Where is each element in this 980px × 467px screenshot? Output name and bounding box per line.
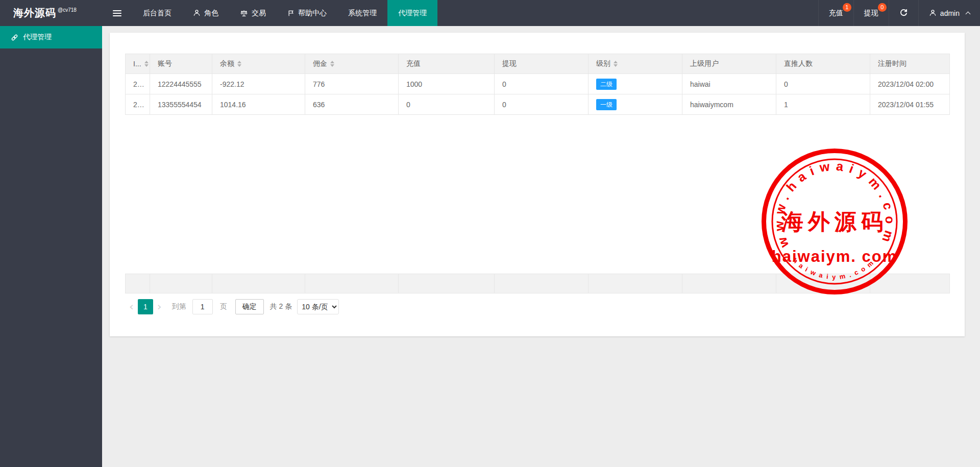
chevron-up-icon [966, 12, 971, 17]
pagination-bar: ‹ 1 › 到第 页 确定 共 2 条 10 条/页 [125, 299, 949, 314]
col-header-parent-user: 上级用户 [682, 54, 776, 74]
page-size-select[interactable]: 10 条/页 [297, 299, 339, 314]
cell-commission: 636 [305, 94, 399, 115]
cell-parent-user: haiwaiymcom [682, 94, 776, 115]
col-header-account: 账号 [150, 54, 212, 74]
app-logo-badge: @cv718 [58, 7, 77, 13]
next-page-button[interactable]: › [153, 300, 166, 314]
recharge-button[interactable]: 充值 1 [818, 0, 853, 26]
user-menu[interactable]: admin [918, 0, 980, 26]
cell-account: 13355554454 [150, 94, 212, 115]
col-header-id[interactable]: I... [126, 54, 150, 74]
recharge-count-badge: 1 [843, 3, 851, 12]
table-footer-strip [125, 274, 950, 293]
jump-prefix-label: 到第 [172, 302, 186, 311]
cell-reg-time: 2023/12/04 01:55 [870, 94, 950, 115]
link-icon [11, 34, 18, 41]
cell-parent-user: haiwai [682, 74, 776, 94]
cell-level: 二级 [589, 74, 682, 94]
nav-item-agent-mgmt[interactable]: 代理管理 [387, 0, 437, 26]
refresh-button[interactable] [889, 0, 918, 26]
main-content: I... 账号 余额 佣金 充值 提现 级别 上级用户 直推人数 注册时间 2.… [102, 26, 980, 467]
person-icon [193, 9, 201, 17]
cell-direct-count: 0 [776, 74, 870, 94]
nav-item-dashboard[interactable]: 后台首页 [132, 0, 182, 26]
sort-icon[interactable] [330, 61, 334, 67]
agent-table-card: I... 账号 余额 佣金 充值 提现 级别 上级用户 直推人数 注册时间 2.… [110, 33, 965, 336]
flag-icon [287, 10, 295, 17]
col-header-withdraw: 提现 [495, 54, 589, 74]
col-header-reg-time: 注册时间 [870, 54, 950, 74]
nav-item-trade[interactable]: 交易 [229, 0, 277, 26]
nav-item-help-center[interactable]: 帮助中心 [277, 0, 337, 26]
table-empty-area [125, 115, 949, 274]
cell-reg-time: 2023/12/04 02:00 [870, 74, 950, 94]
user-icon [929, 9, 937, 17]
withdraw-button[interactable]: 提现 0 [853, 0, 889, 26]
cell-id: 2... [126, 74, 150, 94]
withdraw-count-badge: 0 [878, 3, 887, 12]
refresh-icon [899, 9, 908, 17]
sort-icon[interactable] [144, 61, 149, 67]
username: admin [940, 9, 960, 17]
main-menu: 后台首页 角色 交易 帮助中心 系统管理 [102, 0, 437, 26]
table-row: 2... 13355554454 1014.16 636 0 0 一级 haiw… [126, 94, 950, 115]
cell-recharge: 0 [399, 94, 495, 115]
cell-account: 12224445555 [150, 74, 212, 94]
table-header-row: I... 账号 余额 佣金 充值 提现 级别 上级用户 直推人数 注册时间 [126, 54, 950, 74]
col-header-commission[interactable]: 佣金 [305, 54, 399, 74]
col-header-recharge: 充值 [399, 54, 495, 74]
confirm-jump-button[interactable]: 确定 [235, 299, 264, 314]
cell-withdraw: 0 [495, 74, 589, 94]
level-badge: 二级 [596, 79, 617, 90]
level-badge: 一级 [596, 99, 617, 110]
cell-id: 2... [126, 94, 150, 115]
page-jump-input[interactable] [192, 299, 213, 314]
cell-direct-count: 1 [776, 94, 870, 115]
col-header-level[interactable]: 级别 [589, 54, 682, 74]
cell-balance: -922.12 [212, 74, 305, 94]
scales-icon [240, 9, 248, 17]
hamburger-icon [113, 9, 121, 18]
cell-balance: 1014.16 [212, 94, 305, 115]
cell-commission: 776 [305, 74, 399, 94]
col-header-balance[interactable]: 余额 [212, 54, 305, 74]
sidebar-item-agent-mgmt[interactable]: 代理管理 [0, 26, 102, 48]
navbar-right: 充值 1 提现 0 admin [818, 0, 980, 26]
table-row: 2... 12224445555 -922.12 776 1000 0 二级 h… [126, 74, 950, 94]
menu-toggle-button[interactable] [102, 0, 132, 26]
jump-suffix-label: 页 [220, 302, 227, 311]
nav-item-system-mgmt[interactable]: 系统管理 [337, 0, 387, 26]
sidebar-item-label: 代理管理 [23, 33, 52, 42]
sort-icon[interactable] [237, 61, 241, 67]
agent-table: I... 账号 余额 佣金 充值 提现 级别 上级用户 直推人数 注册时间 2.… [125, 54, 950, 115]
cell-level: 一级 [589, 94, 682, 115]
cell-recharge: 1000 [399, 74, 495, 94]
nav-item-roles[interactable]: 角色 [182, 0, 229, 26]
total-count-label: 共 2 条 [270, 302, 292, 311]
top-navbar: 海外源码 @cv718 后台首页 角色 交易 [0, 0, 980, 26]
app-logo: 海外源码 @cv718 [0, 0, 102, 26]
prev-page-button[interactable]: ‹ [125, 300, 138, 314]
cell-withdraw: 0 [495, 94, 589, 115]
sort-icon[interactable] [614, 61, 618, 67]
app-logo-text: 海外源码 [13, 6, 56, 20]
col-header-direct-count: 直推人数 [776, 54, 870, 74]
sidebar: 代理管理 [0, 26, 102, 467]
current-page-button[interactable]: 1 [138, 299, 153, 314]
